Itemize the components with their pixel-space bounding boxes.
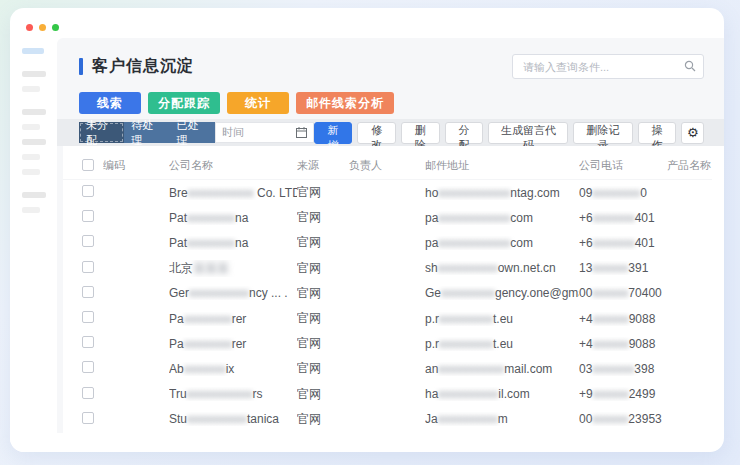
column-header-1: 公司名称 bbox=[169, 158, 297, 173]
table-row[interactable]: Abxxxxxxxix官网anxxxxxxxxxxxmail.com03xxxx… bbox=[63, 356, 712, 381]
table-row[interactable]: Stuxxxxxxxxxxtanica官网Jaxxxxxxxxxxm00xxxx… bbox=[63, 407, 712, 432]
traffic-lights bbox=[26, 24, 59, 31]
row-checkbox[interactable] bbox=[82, 336, 94, 348]
phone-cell: 03xxxxxxx398 bbox=[579, 362, 667, 376]
row-checkbox[interactable] bbox=[82, 235, 94, 247]
tab-3[interactable]: 邮件线索分析 bbox=[296, 92, 394, 114]
redacted-text: xxxxxxx bbox=[184, 362, 226, 376]
cell-visible-text: com bbox=[510, 236, 533, 250]
cell-visible-text: na bbox=[235, 211, 248, 225]
table-body: Brexxxxxxxxxxx Co. LTD官网hoxxxxxxxxxxxxnt… bbox=[63, 180, 712, 432]
cell-visible-text: 00 bbox=[579, 286, 592, 300]
action-button-4[interactable]: 删除记录 bbox=[573, 122, 632, 144]
column-header-6: 产品名称 bbox=[667, 158, 712, 173]
cell-visible-text: pa bbox=[425, 236, 438, 250]
row-checkbox-cell bbox=[63, 311, 103, 326]
sidebar-item-placeholder[interactable] bbox=[22, 109, 46, 115]
table-row[interactable]: Paxxxxxxxxrer官网p.rxxxxxxxxxt.eu+4xxxxxx9… bbox=[63, 331, 712, 356]
redacted-text: xxxxxxx bbox=[592, 362, 634, 376]
status-filter-1[interactable]: 待处理 bbox=[124, 122, 169, 143]
email-cell: hoxxxxxxxxxxxxntag.com bbox=[425, 186, 579, 200]
cell-visible-text: rer bbox=[232, 312, 247, 326]
redacted-text: xxxxxxxx bbox=[187, 211, 235, 225]
sidebar-item-placeholder[interactable] bbox=[22, 169, 40, 175]
sidebar-item-placeholder[interactable] bbox=[22, 154, 40, 160]
redacted-text: xxxxxxxx bbox=[184, 337, 232, 351]
table-row[interactable]: Gerxxxxxxxxxxncy ... .官网Gexxxxxxxxxgency… bbox=[63, 281, 712, 306]
redacted-text: xxxxxxxxxxxx bbox=[438, 211, 510, 225]
table-row[interactable]: Patxxxxxxxxna官网paxxxxxxxxxxxxcom+6xxxxxx… bbox=[63, 205, 712, 230]
sidebar-item-placeholder[interactable] bbox=[22, 71, 46, 77]
module-tabs: 线索分配跟踪统计邮件线索分析 bbox=[79, 92, 724, 114]
maximize-window-icon[interactable] bbox=[52, 24, 59, 31]
cell-visible-text: ix bbox=[226, 362, 235, 376]
row-checkbox[interactable] bbox=[82, 261, 94, 273]
action-button-3[interactable]: 生成留言代码 bbox=[488, 122, 568, 144]
row-checkbox[interactable] bbox=[82, 387, 94, 399]
search-icon[interactable] bbox=[684, 60, 696, 72]
row-checkbox-cell bbox=[63, 387, 103, 402]
row-checkbox[interactable] bbox=[82, 286, 94, 298]
cell-visible-text: ntag.com bbox=[510, 186, 559, 200]
cell-visible-text: t.eu bbox=[493, 337, 513, 351]
redacted-text: xxxxxxxxxxx bbox=[187, 387, 253, 401]
sidebar-item-placeholder[interactable] bbox=[22, 86, 40, 92]
redacted-text: xxxxxxxx bbox=[187, 236, 235, 250]
row-checkbox[interactable] bbox=[82, 311, 94, 323]
date-filter-input[interactable]: 时间 bbox=[215, 122, 314, 143]
status-filter-0[interactable]: 未分配 bbox=[79, 122, 124, 143]
action-button-2[interactable]: 分配 bbox=[445, 122, 484, 144]
select-all-checkbox[interactable] bbox=[82, 159, 94, 171]
sidebar-item-placeholder[interactable] bbox=[22, 124, 40, 130]
row-checkbox[interactable] bbox=[82, 185, 94, 197]
cell-visible-text: Tru bbox=[169, 387, 187, 401]
cell-visible-text: 0 bbox=[640, 186, 647, 200]
table-row[interactable]: Truxxxxxxxxxxxrs官网haxxxxxxxxxxil.com+9xx… bbox=[63, 382, 712, 407]
sidebar-item-active[interactable] bbox=[22, 48, 44, 54]
close-window-icon[interactable] bbox=[26, 24, 33, 31]
cell-visible-text: 13 bbox=[579, 261, 592, 275]
redacted-text: xxxxxxxxxxxx bbox=[438, 186, 510, 200]
table-row[interactable]: 北京某某某官网shxxxxxxxxxxown.net.cn13xxxxxx391 bbox=[63, 256, 712, 281]
page-header: 客户信息沉淀 bbox=[57, 38, 724, 79]
cell-visible-text: Ab bbox=[169, 362, 184, 376]
cell-visible-text: 00 bbox=[579, 412, 592, 426]
cell-visible-text: 70400 bbox=[628, 286, 661, 300]
email-cell: paxxxxxxxxxxxxcom bbox=[425, 236, 579, 250]
table-row[interactable]: Patxxxxxxxxna官网paxxxxxxxxxxxxcom+6xxxxxx… bbox=[63, 230, 712, 255]
row-checkbox[interactable] bbox=[82, 361, 94, 373]
cell-visible-text: Pa bbox=[169, 312, 184, 326]
app-window: 客户信息沉淀 线索分配跟踪统计邮件线索分析 未分配待处理已处理 时间 bbox=[10, 8, 724, 452]
search-input[interactable] bbox=[512, 54, 704, 79]
minimize-window-icon[interactable] bbox=[39, 24, 46, 31]
sidebar-item-placeholder[interactable] bbox=[22, 192, 46, 198]
email-cell: p.rxxxxxxxxxt.eu bbox=[425, 337, 579, 351]
settings-gear-icon[interactable]: ⚙ bbox=[681, 122, 704, 144]
company-name-cell: Abxxxxxxxix bbox=[169, 362, 297, 376]
action-button-0[interactable]: 修改 bbox=[357, 122, 396, 144]
row-checkbox[interactable] bbox=[82, 210, 94, 222]
company-name-cell: Gerxxxxxxxxxxncy ... . bbox=[169, 286, 297, 300]
row-checkbox[interactable] bbox=[82, 412, 94, 424]
content-panel: 客户信息沉淀 线索分配跟踪统计邮件线索分析 未分配待处理已处理 时间 bbox=[57, 38, 724, 433]
add-button[interactable]: 新增 bbox=[314, 122, 353, 144]
table-row[interactable]: Paxxxxxxxxrer官网p.rxxxxxxxxxt.eu+4xxxxxx9… bbox=[63, 306, 712, 331]
redacted-text: xxxxxxxxx bbox=[439, 312, 493, 326]
phone-cell: +9xxxxxx2499 bbox=[579, 387, 667, 401]
sidebar-item-placeholder[interactable] bbox=[22, 207, 40, 213]
tab-2[interactable]: 统计 bbox=[227, 92, 289, 114]
company-name-cell: Truxxxxxxxxxxxrs bbox=[169, 387, 297, 401]
sidebar-item-placeholder[interactable] bbox=[22, 139, 46, 145]
table-row[interactable]: Brexxxxxxxxxxx Co. LTD官网hoxxxxxxxxxxxxnt… bbox=[63, 180, 712, 205]
tab-1[interactable]: 分配跟踪 bbox=[148, 92, 220, 114]
status-filter-2[interactable]: 已处理 bbox=[170, 122, 215, 143]
row-checkbox-cell bbox=[63, 210, 103, 225]
action-button-1[interactable]: 删除 bbox=[401, 122, 440, 144]
company-name-cell: Patxxxxxxxxna bbox=[169, 236, 297, 250]
tab-0[interactable]: 线索 bbox=[79, 92, 141, 114]
cell-visible-text: +4 bbox=[579, 337, 593, 351]
action-button-5[interactable]: 操作 bbox=[638, 122, 677, 144]
phone-cell: +4xxxxxx9088 bbox=[579, 312, 667, 326]
cell-visible-text: +6 bbox=[579, 236, 593, 250]
cell-visible-text: +9 bbox=[579, 387, 593, 401]
